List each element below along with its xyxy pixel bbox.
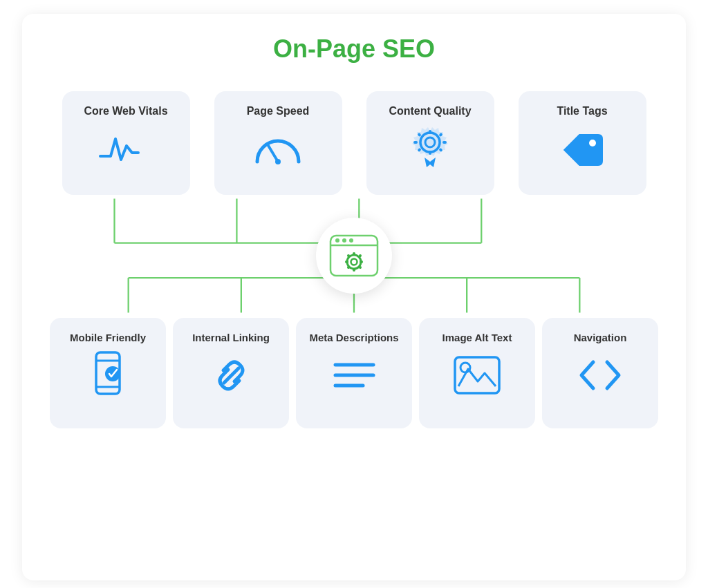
card-title-internal-linking: Internal Linking bbox=[192, 332, 270, 343]
svg-point-27 bbox=[335, 238, 339, 243]
svg-rect-48 bbox=[455, 357, 499, 393]
svg-rect-34 bbox=[345, 260, 348, 263]
card-navigation: Navigation bbox=[542, 318, 658, 428]
card-core-web-vitals: Core Web Vitals bbox=[62, 91, 190, 195]
bottom-row: Mobile Friendly Internal Linking bbox=[50, 318, 658, 428]
svg-rect-33 bbox=[353, 268, 355, 272]
card-internal-linking: Internal Linking bbox=[173, 318, 289, 428]
speedometer-icon bbox=[254, 129, 302, 170]
tag-icon bbox=[558, 129, 606, 170]
card-title-title-tags: Title Tags bbox=[557, 105, 607, 117]
image-icon bbox=[453, 354, 501, 396]
svg-point-29 bbox=[349, 238, 353, 243]
svg-rect-6 bbox=[442, 141, 447, 144]
card-title-image-alt-text: Image Alt Text bbox=[442, 332, 512, 343]
card-title-mobile-friendly: Mobile Friendly bbox=[70, 332, 146, 343]
link-icon bbox=[207, 354, 255, 396]
connectors-area bbox=[50, 193, 658, 318]
center-node bbox=[316, 218, 392, 294]
svg-rect-4 bbox=[429, 151, 431, 155]
card-title-core-web-vitals: Core Web Vitals bbox=[84, 105, 167, 117]
card-meta-descriptions: Meta Descriptions bbox=[296, 318, 412, 428]
card-image-alt-text: Image Alt Text bbox=[419, 318, 535, 428]
card-title-navigation: Navigation bbox=[574, 332, 627, 343]
mobile-icon bbox=[84, 354, 132, 396]
svg-point-49 bbox=[460, 363, 470, 372]
diagram: Core Web Vitals Page Speed bbox=[50, 91, 658, 428]
svg-rect-5 bbox=[413, 141, 418, 144]
vitals-icon bbox=[102, 129, 150, 170]
svg-rect-3 bbox=[429, 130, 431, 134]
top-row: Core Web Vitals Page Speed bbox=[50, 91, 658, 195]
svg-rect-35 bbox=[360, 260, 363, 263]
card-title-page-speed: Page Speed bbox=[247, 105, 310, 117]
center-node-icon bbox=[329, 234, 379, 277]
card-content-quality: Content Quality bbox=[366, 91, 494, 195]
card-page-speed: Page Speed bbox=[214, 91, 342, 195]
code-icon bbox=[576, 354, 624, 396]
svg-point-0 bbox=[275, 159, 281, 164]
lines-icon bbox=[330, 354, 378, 396]
svg-point-31 bbox=[351, 259, 357, 265]
badge-icon bbox=[406, 129, 454, 170]
page-title: On-Page SEO bbox=[50, 35, 658, 64]
svg-point-11 bbox=[589, 140, 596, 146]
card-title-meta-descriptions: Meta Descriptions bbox=[309, 332, 398, 343]
card-mobile-friendly: Mobile Friendly bbox=[50, 318, 166, 428]
svg-rect-32 bbox=[353, 252, 355, 256]
card-title-content-quality: Content Quality bbox=[389, 105, 471, 117]
main-container: On-Page SEO Core Web Vitals Page Speed bbox=[22, 14, 686, 580]
svg-point-28 bbox=[342, 238, 346, 243]
card-title-tags: Title Tags bbox=[519, 91, 646, 195]
